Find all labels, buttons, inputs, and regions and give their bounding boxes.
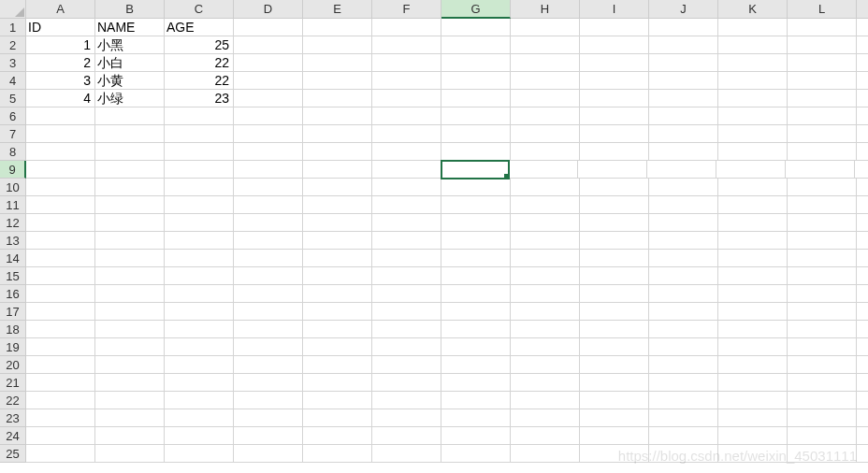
cell-J14[interactable] [649,250,718,267]
cell-L15[interactable] [788,267,857,285]
cell-H9[interactable] [509,161,578,179]
cell-L8[interactable] [788,143,857,161]
cell-M9[interactable] [855,161,868,179]
cell-C19[interactable] [165,338,234,356]
cell-H4[interactable] [511,72,580,90]
cell-K21[interactable] [718,374,788,392]
cell-E22[interactable] [303,392,372,409]
cell-G11[interactable] [441,196,511,214]
cell-D3[interactable] [234,54,303,72]
cell-B5[interactable]: 小绿 [95,90,165,108]
cell-A9[interactable] [26,161,95,179]
cell-E9[interactable] [303,161,372,179]
cell-B7[interactable] [95,125,165,143]
cell-B24[interactable] [95,427,165,445]
cell-J5[interactable] [649,90,718,108]
col-header-F[interactable]: F [372,0,441,19]
cell-H16[interactable] [511,285,580,303]
cell-C5[interactable]: 23 [165,90,234,108]
row-header-19[interactable]: 19 [0,338,26,356]
cell-H10[interactable] [511,179,580,196]
cell-E5[interactable] [303,90,372,108]
cell-F13[interactable] [372,232,441,250]
cell-G6[interactable] [441,108,511,125]
cell-G24[interactable] [441,427,511,445]
cell-D19[interactable] [234,338,303,356]
cell-G5[interactable] [441,90,511,108]
cell-F1[interactable] [372,19,441,36]
cell-A6[interactable] [26,108,95,125]
row-header-16[interactable]: 16 [0,285,26,303]
col-header-G[interactable]: G [441,0,511,19]
row-header-20[interactable]: 20 [0,356,26,374]
cell-J3[interactable] [649,54,718,72]
cell-F7[interactable] [372,125,441,143]
cell-A21[interactable] [26,374,95,392]
cell-L22[interactable] [788,392,857,409]
cell-H11[interactable] [511,196,580,214]
row-header-8[interactable]: 8 [0,143,26,161]
row-header-4[interactable]: 4 [0,72,26,90]
cell-C7[interactable] [165,125,234,143]
cell-C13[interactable] [165,232,234,250]
cell-F18[interactable] [372,321,441,338]
cell-J17[interactable] [649,303,718,321]
cell-I10[interactable] [580,179,649,196]
cell-A19[interactable] [26,338,95,356]
cell-J21[interactable] [649,374,718,392]
cell-A4[interactable]: 3 [26,72,95,90]
cell-M6[interactable] [857,108,868,125]
cell-B10[interactable] [95,179,165,196]
cell-B11[interactable] [95,196,165,214]
cell-M14[interactable] [857,250,868,267]
cell-A11[interactable] [26,196,95,214]
cell-J16[interactable] [649,285,718,303]
cell-H2[interactable] [511,36,580,54]
cell-C3[interactable]: 22 [165,54,234,72]
cell-J6[interactable] [649,108,718,125]
cell-J4[interactable] [649,72,718,90]
cell-B12[interactable] [95,214,165,232]
col-header-A[interactable]: A [26,0,95,19]
cell-C8[interactable] [165,143,234,161]
cell-K10[interactable] [718,179,788,196]
col-header-H[interactable]: H [511,0,580,19]
cell-K16[interactable] [718,285,788,303]
cell-G23[interactable] [441,409,511,427]
cell-K13[interactable] [718,232,788,250]
cell-A16[interactable] [26,285,95,303]
col-header-J[interactable]: J [649,0,718,19]
cell-D5[interactable] [234,90,303,108]
cell-D24[interactable] [234,427,303,445]
cell-L5[interactable] [788,90,857,108]
cell-H17[interactable] [511,303,580,321]
cell-D23[interactable] [234,409,303,427]
cell-C6[interactable] [165,108,234,125]
cell-J10[interactable] [649,179,718,196]
cell-A13[interactable] [26,232,95,250]
cell-L4[interactable] [788,72,857,90]
cell-F8[interactable] [372,143,441,161]
cell-D17[interactable] [234,303,303,321]
row-header-9[interactable]: 9 [0,161,26,179]
cell-G14[interactable] [441,250,511,267]
cell-J1[interactable] [649,19,718,36]
cell-H20[interactable] [511,356,580,374]
cell-I25[interactable] [580,445,649,463]
cell-G10[interactable] [441,179,511,196]
cell-L21[interactable] [788,374,857,392]
cell-L6[interactable] [788,108,857,125]
cell-J22[interactable] [649,392,718,409]
cell-F21[interactable] [372,374,441,392]
cell-E25[interactable] [303,445,372,463]
cell-B16[interactable] [95,285,165,303]
cell-B21[interactable] [95,374,165,392]
cell-C15[interactable] [165,267,234,285]
cell-B3[interactable]: 小白 [95,54,165,72]
cell-J19[interactable] [649,338,718,356]
cell-H14[interactable] [511,250,580,267]
cell-A14[interactable] [26,250,95,267]
cell-H3[interactable] [511,54,580,72]
cell-D14[interactable] [234,250,303,267]
cell-A8[interactable] [26,143,95,161]
